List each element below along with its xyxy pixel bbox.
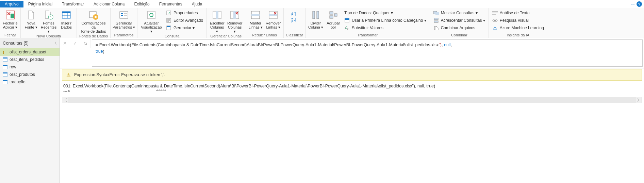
- svg-rect-17: [167, 11, 171, 15]
- horizontal-scrollbar[interactable]: 〈 〉: [62, 97, 642, 103]
- formula-bar: ✕ ✓ ƒx = Excel.Workbook(File.Contents(Ca…: [60, 38, 644, 68]
- close-apply-button[interactable]: Fechar eAplicar ▾: [2, 9, 18, 30]
- svg-rect-42: [345, 18, 349, 20]
- help-icon[interactable]: ?: [637, 1, 642, 7]
- merge-queries-button[interactable]: Mesclar Consultas ▾: [432, 10, 486, 16]
- manage-button[interactable]: Gerenciar ▾: [165, 24, 204, 31]
- tab-transformar[interactable]: Transformar: [57, 1, 89, 7]
- svg-rect-23: [167, 26, 170, 27]
- azure-ml-button[interactable]: Azure Machine Learning: [491, 24, 545, 31]
- remove-rows-button[interactable]: RemoverLinhas ▾: [265, 9, 281, 30]
- vision-icon: [492, 18, 498, 23]
- document-icon: [26, 10, 36, 20]
- group-fechar: Fechar eAplicar ▾ Fechar: [0, 8, 21, 38]
- data-type-button[interactable]: Tipo de Dados: Qualquer ▾: [343, 10, 428, 16]
- formula-input[interactable]: = Excel.Workbook(File.Contents(Caminhopa…: [92, 39, 643, 67]
- tab-ferramentas[interactable]: Ferramentas: [154, 1, 187, 7]
- collapse-ribbon-icon[interactable]: ︿: [631, 1, 635, 7]
- group-consulta: AtualizarVisualização ▾ Propriedades Edi…: [137, 8, 207, 38]
- remove-columns-icon: [229, 10, 240, 20]
- svg-rect-1: [11, 14, 14, 18]
- scroll-left-button[interactable]: 〈: [62, 97, 68, 103]
- choose-columns-button[interactable]: EscolherColunas ▾: [209, 9, 225, 33]
- vision-button[interactable]: Pesquisa Visual: [491, 17, 545, 24]
- error-message: Expression.SyntaxError: Esperava-se o to…: [74, 72, 165, 77]
- query-item-label: olist_produtos: [10, 72, 35, 77]
- cancel-formula-button[interactable]: ✕: [60, 38, 70, 48]
- query-item-olist-produtos[interactable]: olist_produtos: [0, 71, 60, 78]
- replace-values-button[interactable]: 12Substituir Valores: [343, 24, 428, 31]
- first-row-headers-button[interactable]: Usar a Primeira Linha como Cabeçalho ▾: [343, 17, 428, 24]
- azure-ml-icon: [492, 25, 498, 31]
- svg-rect-25: [216, 11, 218, 19]
- enter-data-button[interactable]: InserirDados: [58, 9, 75, 30]
- sort-asc-button[interactable]: AZ: [291, 11, 298, 16]
- append-icon: [433, 18, 439, 23]
- close-apply-icon: [5, 10, 16, 20]
- manage-params-button[interactable]: GerenciarParâmetros ▾: [113, 9, 135, 30]
- data-source-settings-button[interactable]: Configurações dafonte de dados: [79, 9, 108, 33]
- table-icon: [3, 65, 7, 69]
- properties-button[interactable]: Propriedades: [165, 10, 204, 16]
- combine-files-button[interactable]: Combinar Arquivos: [432, 24, 486, 31]
- keep-rows-button[interactable]: ManterLinhas ▾: [247, 9, 264, 30]
- queries-panel: Consultas [5] 〈 ! olist_orders_dataset o…: [0, 38, 60, 183]
- query-item-traducao[interactable]: tradução: [0, 78, 60, 86]
- group-by-button[interactable]: Agruparpor: [325, 9, 342, 30]
- svg-rect-29: [251, 14, 260, 16]
- tab-arquivo[interactable]: Arquivo: [0, 1, 23, 7]
- group-transformar: DividirColuna ▾ Agruparpor Tipo de Dados…: [306, 8, 430, 38]
- replace-values-icon: 12: [344, 25, 350, 31]
- error-bar: ⚠ Expression.SyntaxError: Esperava-se o …: [62, 69, 642, 81]
- tab-pagina-inicial[interactable]: Página Inicial: [23, 1, 57, 7]
- advanced-editor-button[interactable]: Editor Avançado: [165, 17, 204, 24]
- query-item-olist-orders-dataset[interactable]: ! olist_orders_dataset: [0, 48, 60, 56]
- tab-adicionar-coluna[interactable]: Adicionar Coluna: [89, 1, 129, 7]
- svg-rect-4: [62, 12, 70, 13]
- svg-rect-59: [3, 72, 7, 73]
- svg-text:Z: Z: [291, 14, 293, 16]
- query-item-label: olist_orders_dataset: [10, 50, 46, 54]
- collapse-queries-icon[interactable]: 〈: [53, 40, 57, 46]
- svg-rect-61: [3, 80, 7, 81]
- svg-text:2: 2: [347, 28, 349, 30]
- svg-rect-48: [434, 21, 438, 22]
- scroll-right-button[interactable]: 〉: [636, 97, 642, 103]
- new-source-button[interactable]: NovaFonte ▾: [23, 9, 39, 30]
- editor-area: ✕ ✓ ƒx = Excel.Workbook(File.Contents(Ca…: [60, 38, 644, 183]
- split-column-button[interactable]: DividirColuna ▾: [308, 9, 324, 30]
- svg-rect-12: [121, 13, 123, 14]
- table-icon: [61, 10, 72, 20]
- main-area: Consultas [5] 〈 ! olist_orders_dataset o…: [0, 38, 644, 183]
- svg-rect-16: [148, 11, 155, 19]
- confirm-formula-button[interactable]: ✓: [70, 38, 80, 48]
- query-item-row[interactable]: row: [0, 63, 60, 71]
- merge-icon: [433, 10, 439, 16]
- query-item-olist-itens-pedidos[interactable]: olist_itens_pedidos: [0, 56, 60, 63]
- sort-desc-button[interactable]: ZA: [291, 17, 298, 22]
- refresh-icon: [146, 10, 157, 20]
- group-gerenciar-colunas: EscolherColunas ▾ RemoverColunas ▾ Geren…: [207, 8, 245, 38]
- table-icon: [3, 72, 7, 77]
- queries-title: Consultas [5]: [3, 40, 29, 46]
- tab-exibicao[interactable]: Exibição: [129, 1, 154, 7]
- table-icon: [3, 80, 7, 84]
- close-apply-label: Fechar eAplicar ▾: [3, 20, 17, 30]
- keep-rows-icon: [250, 10, 261, 20]
- recent-sources-button[interactable]: FontesRecentes ▾: [40, 9, 57, 33]
- queries-header: Consultas [5] 〈: [0, 38, 60, 48]
- query-item-label: tradução: [10, 80, 26, 84]
- group-fontes-dados: Configurações dafonte de dados Fontes de…: [77, 8, 111, 38]
- combine-files-icon: [433, 25, 439, 31]
- text-analytics-button[interactable]: Análise de Texto: [491, 10, 545, 16]
- remove-columns-button[interactable]: RemoverColunas ▾: [227, 9, 243, 33]
- svg-rect-46: [435, 12, 439, 15]
- append-queries-button[interactable]: Acrescentar Consultas ▾: [432, 17, 486, 24]
- error-code-block: 001: Excel.Workbook(File.Contents(Caminh…: [60, 81, 644, 96]
- tab-ajuda[interactable]: Ajuda: [187, 1, 207, 7]
- refresh-preview-button[interactable]: AtualizarVisualização ▾: [139, 9, 163, 33]
- scroll-track[interactable]: [68, 97, 636, 103]
- manage-icon: [166, 25, 171, 31]
- svg-rect-38: [330, 12, 333, 14]
- properties-icon: [166, 10, 171, 16]
